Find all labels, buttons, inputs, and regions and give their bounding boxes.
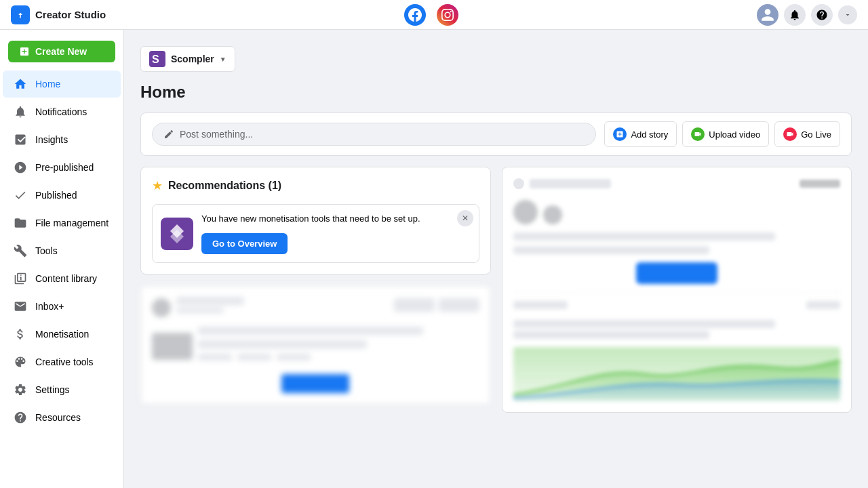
app-logo: [11, 5, 30, 24]
monetisation-panel: [502, 167, 852, 413]
more-btn[interactable]: [838, 5, 857, 24]
account-name: Scompler: [171, 54, 214, 64]
scompler-logo: [161, 218, 193, 250]
rec-header: ★ Recommendations (1): [152, 178, 479, 193]
sidebar-label-insights: Insights: [35, 134, 68, 145]
add-story-btn[interactable]: Add story: [604, 121, 677, 147]
blurred-post-card: [140, 285, 491, 405]
blurred-post-section: [140, 285, 491, 405]
upload-video-btn[interactable]: Upload video: [682, 121, 769, 147]
sidebar-item-published[interactable]: Published: [3, 182, 121, 209]
sidebar-item-insights[interactable]: Insights: [3, 126, 121, 153]
go-live-icon: [783, 127, 797, 141]
sidebar-label-tools: Tools: [35, 245, 58, 256]
upload-video-icon: [691, 127, 705, 141]
sidebar-label-pre-published: Pre-published: [35, 162, 94, 173]
recommendations-card: ★ Recommendations (1) ✕ You have new mon…: [140, 167, 491, 274]
sidebar-label-published: Published: [35, 190, 77, 201]
sidebar-label-creative-tools: Creative tools: [35, 357, 94, 367]
sidebar-item-creative-tools[interactable]: Creative tools: [3, 348, 121, 375]
content-grid: ★ Recommendations (1) ✕ You have new mon…: [140, 167, 852, 413]
topbar-left: Creator Studio: [11, 5, 106, 24]
account-selector[interactable]: S Scompler ▼: [140, 46, 235, 72]
sidebar-item-tools[interactable]: Tools: [3, 237, 121, 264]
right-column: [502, 167, 852, 413]
platform-switcher: [404, 4, 458, 26]
go-live-btn[interactable]: Go Live: [774, 121, 840, 147]
account-chevron-icon: ▼: [220, 56, 226, 63]
main-content: S Scompler ▼ Home Post something... Add …: [124, 30, 868, 488]
avatar[interactable]: [757, 4, 778, 26]
topbar: Creator Studio: [0, 0, 868, 30]
notifications-btn[interactable]: [784, 4, 806, 26]
svg-text:S: S: [152, 54, 159, 65]
help-btn[interactable]: [811, 4, 833, 26]
sidebar-label-notifications: Notifications: [35, 106, 87, 117]
add-story-icon: [613, 127, 627, 141]
rec-item-text: You have new monetisation tools that nee…: [201, 213, 471, 225]
right-panel-cta: [513, 262, 841, 284]
sidebar-item-notifications[interactable]: Notifications: [3, 98, 121, 125]
topbar-right: [757, 4, 857, 26]
sidebar-label-resources: Resources: [35, 412, 81, 423]
star-icon: ★: [152, 178, 163, 193]
post-bar: Post something... Add story Upload video…: [140, 113, 852, 156]
app-title: Creator Studio: [35, 9, 106, 20]
sidebar-item-home[interactable]: Home: [3, 70, 121, 98]
sidebar-item-settings[interactable]: Settings: [3, 376, 121, 403]
sidebar-item-resources[interactable]: Resources: [3, 404, 121, 431]
sidebar-item-monetisation[interactable]: Monetisation: [3, 321, 121, 348]
sidebar-label-content-library: Content library: [35, 273, 97, 284]
create-new-label: Create New: [35, 46, 87, 57]
sidebar-item-content-library[interactable]: Content library: [3, 265, 121, 292]
rec-item: ✕ You have new monetisation tools that n…: [152, 204, 479, 263]
sidebar-label-inbox: Inbox+: [35, 301, 64, 312]
sidebar-label-settings: Settings: [35, 384, 70, 395]
page-title: Home: [140, 83, 852, 102]
create-new-button[interactable]: Create New: [8, 41, 115, 62]
rec-item-content: You have new monetisation tools that nee…: [201, 213, 471, 254]
instagram-platform-btn[interactable]: [437, 4, 458, 26]
right-panel-header: [513, 178, 841, 189]
sidebar-item-inbox[interactable]: Inbox+: [3, 293, 121, 320]
go-live-label: Go Live: [801, 129, 831, 140]
upload-video-label: Upload video: [709, 129, 760, 140]
post-actions: Add story Upload video Go Live: [604, 121, 840, 147]
sidebar-item-pre-published[interactable]: Pre-published: [3, 154, 121, 181]
rec-title: Recommendations (1): [168, 180, 479, 192]
facebook-platform-btn[interactable]: [404, 4, 426, 26]
rec-close-btn[interactable]: ✕: [457, 210, 473, 226]
right-panel-avatars: [513, 200, 841, 224]
sidebar-label-file-management: File management: [35, 218, 108, 228]
add-story-label: Add story: [631, 129, 668, 140]
sidebar-label-home: Home: [35, 79, 60, 89]
post-input[interactable]: Post something...: [152, 123, 596, 146]
sidebar: Create New Home Notifications Insights P…: [0, 30, 124, 488]
post-placeholder: Post something...: [180, 129, 253, 140]
rec-cta-btn[interactable]: Go to Overview: [201, 233, 288, 254]
sidebar-item-file-management[interactable]: File management: [3, 209, 121, 237]
sidebar-label-monetisation: Monetisation: [35, 329, 89, 340]
left-column: ★ Recommendations (1) ✕ You have new mon…: [140, 167, 491, 413]
